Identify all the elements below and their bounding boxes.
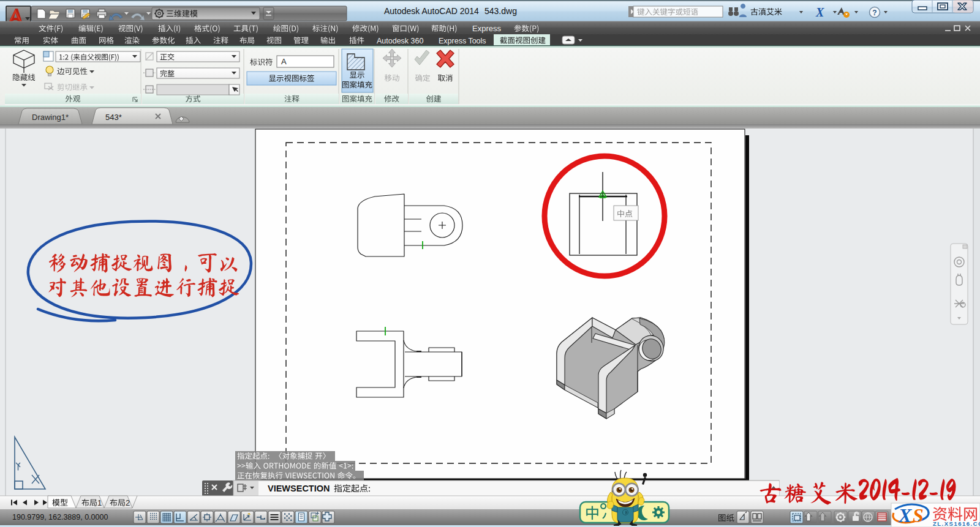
svg-text:S: S <box>913 504 924 526</box>
svg-text:1: 1 <box>97 498 102 507</box>
svg-text:ZL.XS1616.COM: ZL.XS1616.COM <box>933 520 980 527</box>
svg-text:X: X <box>898 504 912 526</box>
svg-text:Autodesk 360: Autodesk 360 <box>377 37 423 45</box>
svg-text:X: X <box>815 6 824 19</box>
svg-text:190.9799, 162.3889, 0.0000: 190.9799, 162.3889, 0.0000 <box>12 513 108 521</box>
svg-text:A: A <box>281 57 287 66</box>
svg-text:Express: Express <box>472 24 501 33</box>
svg-text:543.dwg: 543.dwg <box>484 6 517 16</box>
svg-text:2: 2 <box>126 498 130 507</box>
svg-text:?: ? <box>872 9 876 17</box>
svg-text:VIEWSECTION: VIEWSECTION <box>268 484 330 493</box>
svg-text:Autodesk AutoCAD 2014: Autodesk AutoCAD 2014 <box>384 6 479 16</box>
svg-text:Drawing1*: Drawing1* <box>32 113 69 122</box>
svg-text:543*: 543* <box>105 113 122 122</box>
svg-text:Express Tools: Express Tools <box>439 37 486 45</box>
